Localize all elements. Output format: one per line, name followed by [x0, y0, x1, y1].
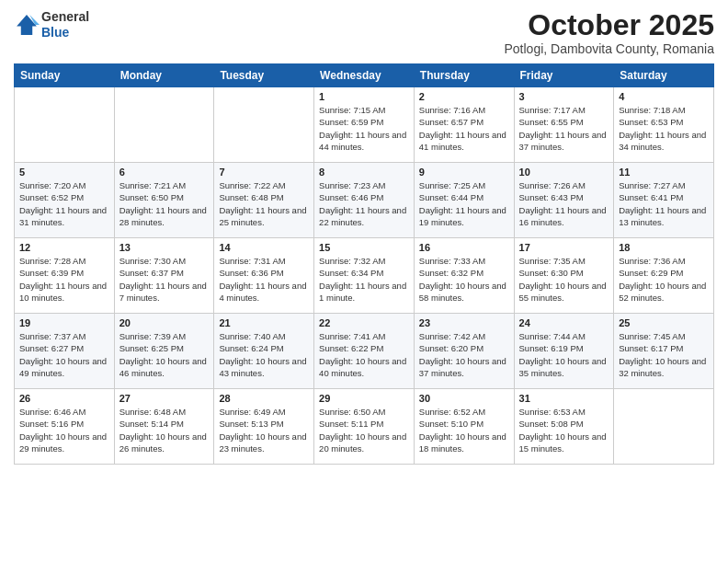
calendar-cell: 2Sunrise: 7:16 AMSunset: 6:57 PMDaylight… — [414, 87, 514, 163]
day-number: 3 — [519, 91, 609, 102]
day-info: Sunrise: 7:30 AMSunset: 6:37 PMDaylight:… — [119, 255, 210, 304]
day-number: 26 — [19, 393, 109, 404]
calendar-cell — [114, 87, 214, 163]
day-info: Sunrise: 7:35 AMSunset: 6:30 PMDaylight:… — [519, 255, 609, 304]
day-number: 6 — [119, 167, 210, 178]
calendar-cell: 25Sunrise: 7:45 AMSunset: 6:17 PMDayligh… — [614, 314, 714, 389]
calendar-cell: 13Sunrise: 7:30 AMSunset: 6:37 PMDayligh… — [114, 238, 214, 314]
day-info: Sunrise: 7:21 AMSunset: 6:50 PMDaylight:… — [119, 179, 210, 228]
calendar-cell: 7Sunrise: 7:22 AMSunset: 6:48 PMDaylight… — [214, 163, 314, 238]
day-info: Sunrise: 7:40 AMSunset: 6:24 PMDaylight:… — [219, 330, 309, 379]
calendar-cell: 16Sunrise: 7:33 AMSunset: 6:32 PMDayligh… — [414, 238, 514, 314]
day-info: Sunrise: 7:37 AMSunset: 6:27 PMDaylight:… — [19, 330, 109, 379]
calendar-cell: 10Sunrise: 7:26 AMSunset: 6:43 PMDayligh… — [514, 163, 614, 238]
calendar-cell: 30Sunrise: 6:52 AMSunset: 5:10 PMDayligh… — [414, 389, 514, 465]
weekday-header: Saturday — [614, 64, 714, 87]
day-info: Sunrise: 7:41 AMSunset: 6:22 PMDaylight:… — [319, 330, 409, 379]
day-number: 27 — [119, 393, 210, 404]
day-info: Sunrise: 7:25 AMSunset: 6:44 PMDaylight:… — [419, 179, 509, 228]
calendar-cell: 26Sunrise: 6:46 AMSunset: 5:16 PMDayligh… — [15, 389, 115, 465]
day-number: 8 — [319, 167, 409, 178]
calendar-cell: 1Sunrise: 7:15 AMSunset: 6:59 PMDaylight… — [314, 87, 415, 163]
day-info: Sunrise: 7:26 AMSunset: 6:43 PMDaylight:… — [519, 179, 609, 228]
month-title: October 2025 — [504, 9, 714, 41]
day-number: 9 — [419, 167, 509, 178]
day-number: 29 — [319, 393, 409, 404]
page: General Blue October 2025 Potlogi, Dambo… — [0, 0, 728, 563]
day-number: 11 — [619, 167, 709, 178]
calendar-cell: 6Sunrise: 7:21 AMSunset: 6:50 PMDaylight… — [114, 163, 214, 238]
calendar-cell: 21Sunrise: 7:40 AMSunset: 6:24 PMDayligh… — [214, 314, 314, 389]
calendar-row: 26Sunrise: 6:46 AMSunset: 5:16 PMDayligh… — [15, 389, 714, 465]
day-number: 28 — [219, 393, 309, 404]
day-info: Sunrise: 7:16 AMSunset: 6:57 PMDaylight:… — [419, 104, 509, 153]
day-number: 30 — [419, 393, 509, 404]
day-number: 15 — [319, 242, 409, 253]
weekday-header: Monday — [114, 64, 214, 87]
day-number: 16 — [419, 242, 509, 253]
day-info: Sunrise: 7:33 AMSunset: 6:32 PMDaylight:… — [419, 255, 509, 304]
title-block: October 2025 Potlogi, Dambovita County, … — [504, 9, 714, 56]
svg-marker-0 — [17, 15, 37, 35]
day-info: Sunrise: 7:28 AMSunset: 6:39 PMDaylight:… — [19, 255, 109, 304]
day-number: 23 — [419, 317, 509, 328]
location: Potlogi, Dambovita County, Romania — [504, 41, 714, 56]
day-number: 10 — [519, 167, 609, 178]
calendar-cell: 19Sunrise: 7:37 AMSunset: 6:27 PMDayligh… — [15, 314, 115, 389]
calendar-row: 12Sunrise: 7:28 AMSunset: 6:39 PMDayligh… — [15, 238, 714, 314]
day-number: 22 — [319, 317, 409, 328]
day-info: Sunrise: 7:22 AMSunset: 6:48 PMDaylight:… — [219, 179, 309, 228]
day-info: Sunrise: 7:18 AMSunset: 6:53 PMDaylight:… — [619, 104, 709, 153]
weekday-header: Sunday — [15, 64, 115, 87]
day-number: 4 — [619, 91, 709, 102]
day-number: 21 — [219, 317, 309, 328]
weekday-header: Thursday — [414, 64, 514, 87]
day-info: Sunrise: 7:31 AMSunset: 6:36 PMDaylight:… — [219, 255, 309, 304]
day-info: Sunrise: 7:17 AMSunset: 6:55 PMDaylight:… — [519, 104, 609, 153]
logo-icon — [14, 12, 40, 38]
day-number: 12 — [19, 242, 109, 253]
calendar-cell: 29Sunrise: 6:50 AMSunset: 5:11 PMDayligh… — [314, 389, 415, 465]
calendar-cell: 8Sunrise: 7:23 AMSunset: 6:46 PMDaylight… — [314, 163, 415, 238]
day-number: 19 — [19, 317, 109, 328]
day-number: 17 — [519, 242, 609, 253]
day-info: Sunrise: 6:50 AMSunset: 5:11 PMDaylight:… — [319, 406, 409, 454]
weekday-header-row: SundayMondayTuesdayWednesdayThursdayFrid… — [15, 64, 714, 87]
header: General Blue October 2025 Potlogi, Dambo… — [14, 9, 714, 56]
weekday-header: Wednesday — [314, 64, 415, 87]
day-info: Sunrise: 7:32 AMSunset: 6:34 PMDaylight:… — [319, 255, 409, 304]
calendar-cell — [214, 87, 314, 163]
day-number: 5 — [19, 167, 109, 178]
day-info: Sunrise: 7:36 AMSunset: 6:29 PMDaylight:… — [619, 255, 709, 304]
calendar-cell: 17Sunrise: 7:35 AMSunset: 6:30 PMDayligh… — [514, 238, 614, 314]
logo: General Blue — [14, 9, 89, 40]
calendar-cell: 28Sunrise: 6:49 AMSunset: 5:13 PMDayligh… — [214, 389, 314, 465]
calendar-cell: 24Sunrise: 7:44 AMSunset: 6:19 PMDayligh… — [514, 314, 614, 389]
calendar-cell: 4Sunrise: 7:18 AMSunset: 6:53 PMDaylight… — [614, 87, 714, 163]
calendar-cell — [15, 87, 115, 163]
day-number: 25 — [619, 317, 709, 328]
calendar-cell: 27Sunrise: 6:48 AMSunset: 5:14 PMDayligh… — [114, 389, 214, 465]
weekday-header: Friday — [514, 64, 614, 87]
calendar-cell: 5Sunrise: 7:20 AMSunset: 6:52 PMDaylight… — [15, 163, 115, 238]
day-info: Sunrise: 6:48 AMSunset: 5:14 PMDaylight:… — [119, 406, 210, 454]
day-info: Sunrise: 7:42 AMSunset: 6:20 PMDaylight:… — [419, 330, 509, 379]
day-info: Sunrise: 7:15 AMSunset: 6:59 PMDaylight:… — [319, 104, 409, 153]
weekday-header: Tuesday — [214, 64, 314, 87]
day-number: 31 — [519, 393, 609, 404]
day-info: Sunrise: 6:46 AMSunset: 5:16 PMDaylight:… — [19, 406, 109, 454]
day-info: Sunrise: 7:45 AMSunset: 6:17 PMDaylight:… — [619, 330, 709, 379]
calendar-row: 1Sunrise: 7:15 AMSunset: 6:59 PMDaylight… — [15, 87, 714, 163]
calendar-cell: 9Sunrise: 7:25 AMSunset: 6:44 PMDaylight… — [414, 163, 514, 238]
calendar-row: 5Sunrise: 7:20 AMSunset: 6:52 PMDaylight… — [15, 163, 714, 238]
day-number: 14 — [219, 242, 309, 253]
calendar-cell: 11Sunrise: 7:27 AMSunset: 6:41 PMDayligh… — [614, 163, 714, 238]
day-info: Sunrise: 7:23 AMSunset: 6:46 PMDaylight:… — [319, 179, 409, 228]
calendar-cell: 12Sunrise: 7:28 AMSunset: 6:39 PMDayligh… — [15, 238, 115, 314]
calendar-cell: 20Sunrise: 7:39 AMSunset: 6:25 PMDayligh… — [114, 314, 214, 389]
logo-text: General Blue — [41, 9, 89, 40]
day-info: Sunrise: 6:49 AMSunset: 5:13 PMDaylight:… — [219, 406, 309, 454]
day-number: 13 — [119, 242, 210, 253]
calendar-table: SundayMondayTuesdayWednesdayThursdayFrid… — [14, 63, 714, 465]
day-number: 2 — [419, 91, 509, 102]
